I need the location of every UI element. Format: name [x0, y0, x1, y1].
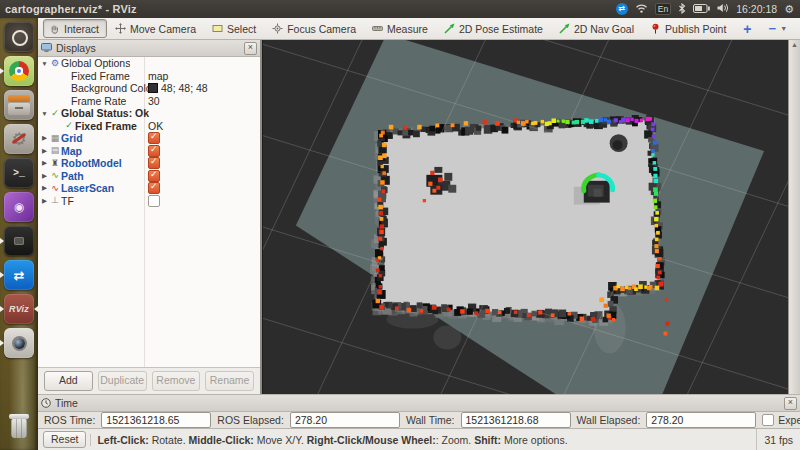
launcher-item-chrome[interactable] — [4, 56, 34, 86]
experimental-toggle: Experimental — [762, 414, 800, 426]
launcher-item-files[interactable] — [4, 90, 34, 120]
display-row-fixed-frame[interactable]: Fixed Framemap — [38, 70, 260, 83]
display-row-laserscan[interactable]: ▶∿LaserScan — [38, 182, 260, 195]
launcher-item-dash[interactable] — [4, 22, 34, 52]
bluetooth-icon[interactable] — [678, 3, 686, 16]
views-panel-handle[interactable]: ▲ — [788, 40, 800, 394]
ros-time-input[interactable] — [101, 412, 211, 428]
green-arrow-icon — [559, 23, 570, 34]
ros-elapsed-input[interactable] — [290, 412, 400, 428]
displays-panel-buttons: AddDuplicateRemoveRename — [38, 368, 260, 394]
launcher-item-rviz[interactable]: RViz — [4, 294, 34, 324]
grid-icon: ▦ — [49, 134, 61, 143]
remove-tool-caret-icon[interactable]: ▼ — [780, 25, 793, 32]
clock[interactable]: 16:20:18 — [736, 3, 777, 15]
display-row-global-status-ok[interactable]: ▼✓Global Status: Ok — [38, 107, 260, 120]
checkbox-robotmodel[interactable] — [148, 157, 160, 169]
rviz-window: InteractMove CameraSelectFocus CameraMea… — [38, 18, 800, 450]
display-row-background-color[interactable]: Background Color48; 48; 48 — [38, 82, 260, 95]
experimental-checkbox[interactable] — [762, 414, 774, 426]
green-arrow-icon — [444, 23, 455, 34]
tool-button-interact[interactable]: Interact — [43, 19, 107, 38]
expand-arrow-icon[interactable]: ▶ — [40, 172, 49, 180]
wifi-icon[interactable] — [635, 3, 648, 15]
launcher-item-system-settings[interactable]: ⚙ — [4, 124, 34, 154]
expand-arrow-icon[interactable]: ▶ — [40, 197, 49, 205]
wall-time-input[interactable] — [461, 412, 571, 428]
display-row-label: Fixed Frame — [75, 120, 137, 132]
add-tool-button[interactable]: + — [736, 21, 758, 37]
ruler-icon — [372, 23, 383, 34]
keyboard-layout-indicator[interactable]: En — [655, 3, 671, 15]
display-row-value[interactable] — [148, 132, 160, 144]
expand-arrow-icon[interactable]: ▶ — [40, 147, 49, 155]
checkbox-map[interactable] — [148, 145, 160, 157]
tool-button-2d-pose-estimate[interactable]: 2D Pose Estimate — [438, 19, 551, 38]
tool-button-publish-point[interactable]: Publish Point — [644, 19, 734, 38]
wall-elapsed-input[interactable] — [646, 412, 756, 428]
launcher-item-teamviewer[interactable]: ⇄ — [4, 260, 34, 290]
display-row-global-options[interactable]: ▼⚙Global Options — [38, 57, 260, 70]
tool-label: Interact — [64, 23, 99, 35]
session-gear-icon[interactable]: ⚙ — [784, 3, 794, 16]
display-row-value[interactable]: OK — [148, 120, 163, 132]
display-row-value[interactable] — [148, 182, 160, 194]
remove-display-button: Remove — [152, 371, 201, 391]
display-row-grid[interactable]: ▶▦Grid — [38, 132, 260, 145]
launcher-item-terminal[interactable]: >_ — [4, 158, 34, 188]
launcher-item-screenshot[interactable] — [4, 328, 34, 358]
add-display-button[interactable]: Add — [44, 371, 93, 391]
expand-arrow-icon[interactable]: ▶ — [40, 184, 49, 192]
display-row-label: RobotModel — [61, 157, 122, 169]
tf-icon: ⊥ — [49, 196, 61, 205]
display-row-value[interactable] — [148, 195, 160, 207]
expand-arrow-icon[interactable]: ▶ — [40, 159, 49, 167]
display-row-value[interactable]: 48; 48; 48 — [148, 82, 208, 94]
display-row-value[interactable]: map — [148, 70, 168, 82]
render-viewport[interactable] — [262, 40, 788, 394]
launcher-item-screen-recorder[interactable] — [4, 226, 34, 256]
time-panel-close-button[interactable]: × — [784, 397, 797, 410]
volume-icon[interactable] — [717, 3, 729, 15]
checkbox-laserscan[interactable] — [148, 182, 160, 194]
display-row-tf[interactable]: ▶⊥TF — [38, 195, 260, 208]
expand-arrow-icon[interactable]: ▶ — [40, 134, 49, 142]
tool-label: Move Camera — [130, 23, 196, 35]
battery-icon[interactable] — [693, 3, 710, 15]
collapse-arrow-icon[interactable]: ▼ — [40, 60, 49, 67]
tool-button-measure[interactable]: Measure — [366, 19, 436, 38]
display-row-label: Path — [61, 170, 84, 182]
remove-tool-button[interactable]: − — [761, 21, 779, 36]
checkbox-tf[interactable] — [148, 195, 160, 207]
tool-button-move-camera[interactable]: Move Camera — [109, 19, 204, 38]
display-row-value[interactable]: 30 — [148, 95, 160, 107]
checkbox-grid[interactable] — [148, 132, 160, 144]
display-row-value[interactable] — [148, 145, 160, 157]
hint-segment: : Zoom. — [436, 434, 475, 446]
display-row-frame-rate[interactable]: Frame Rate30 — [38, 95, 260, 108]
teamviewer-tray-icon[interactable]: ⇄ — [616, 3, 628, 15]
recorder-icon — [14, 237, 24, 245]
hint-segment: Left-Click: — [97, 434, 148, 446]
displays-close-button[interactable]: × — [244, 42, 257, 55]
displays-tree: ▼⚙Global OptionsFixed FramemapBackground… — [38, 57, 260, 368]
display-row-fixed-frame[interactable]: ✓Fixed FrameOK — [38, 120, 260, 133]
display-row-map[interactable]: ▶▤Map — [38, 145, 260, 158]
time-panel: Time × ROS Time:ROS Elapsed:Wall Time:Wa… — [38, 394, 800, 428]
checkbox-path[interactable] — [148, 170, 160, 182]
time-field-label: Wall Elapsed: — [577, 414, 641, 426]
display-row-robotmodel[interactable]: ▶♜RobotModel — [38, 157, 260, 170]
display-row-value[interactable] — [148, 170, 160, 182]
launcher-item-software-center[interactable]: ◉ — [4, 192, 34, 222]
reset-button[interactable]: Reset — [43, 431, 86, 448]
tool-button-focus-camera[interactable]: Focus Camera — [266, 19, 364, 38]
collapse-arrow-icon[interactable]: ▼ — [40, 110, 49, 117]
display-row-path[interactable]: ▶∿Path — [38, 170, 260, 183]
display-row-value[interactable] — [148, 157, 160, 169]
launcher-item-trash[interactable] — [7, 414, 31, 440]
tool-button-select[interactable]: Select — [206, 19, 264, 38]
tool-label: 2D Pose Estimate — [459, 23, 543, 35]
tool-button-2d-nav-goal[interactable]: 2D Nav Goal — [553, 19, 642, 38]
focus-icon — [272, 23, 283, 34]
teamviewer-icon: ⇄ — [14, 269, 25, 282]
